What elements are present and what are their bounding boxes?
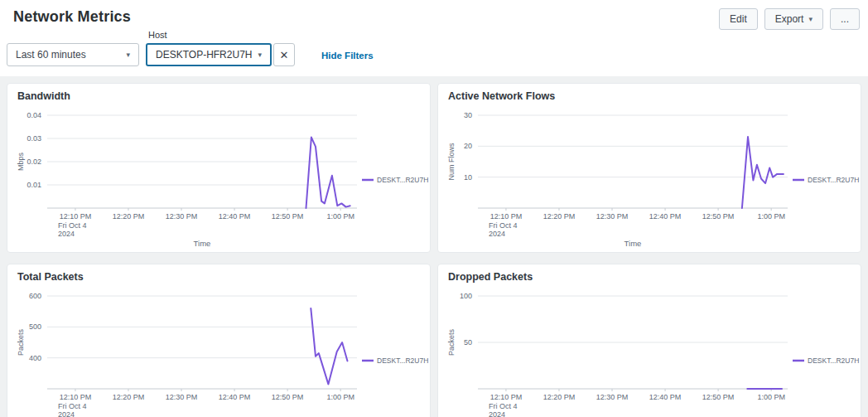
svg-text:1:00 PM: 1:00 PM bbox=[757, 212, 785, 221]
host-filter-value: DESKTOP-HFR2U7H bbox=[156, 49, 252, 61]
edit-button-label: Edit bbox=[730, 13, 747, 25]
svg-text:DESKT...R2U7H: DESKT...R2U7H bbox=[808, 176, 859, 184]
chevron-down-icon: ▾ bbox=[808, 15, 813, 23]
svg-text:500: 500 bbox=[29, 322, 41, 331]
dropped-packets-chart[interactable]: 5010012:10 PM12:20 PM12:30 PM12:40 PM12:… bbox=[445, 288, 852, 417]
svg-text:1:00 PM: 1:00 PM bbox=[326, 393, 354, 401]
svg-text:Fri Oct 4: Fri Oct 4 bbox=[58, 402, 87, 410]
bandwidth-chart[interactable]: 0.010.020.030.0412:10 PM12:20 PM12:30 PM… bbox=[14, 107, 422, 252]
svg-text:12:10 PM: 12:10 PM bbox=[60, 393, 92, 401]
top-bar: Network Metrics Edit Export ▾ ... bbox=[0, 0, 868, 33]
host-filter-row: DESKTOP-HFR2U7H ▾ ✕ bbox=[146, 43, 295, 66]
more-actions-button[interactable]: ... bbox=[830, 8, 860, 30]
time-range-label-spacer bbox=[9, 30, 139, 41]
svg-text:0.02: 0.02 bbox=[27, 158, 41, 166]
svg-text:100: 100 bbox=[460, 292, 472, 300]
hide-filters-link[interactable]: Hide Filters bbox=[321, 51, 374, 61]
edit-button[interactable]: Edit bbox=[719, 8, 758, 30]
svg-text:DESKT...R2U7H: DESKT...R2U7H bbox=[808, 356, 859, 365]
panel-total-packets: Total Packets 40050060012:10 PM12:20 PM1… bbox=[7, 264, 431, 417]
time-range-filter-group: Last 60 minutes ▾ bbox=[7, 30, 139, 66]
svg-text:12:30 PM: 12:30 PM bbox=[166, 212, 198, 221]
filter-bar: Last 60 minutes ▾ Host DESKTOP-HFR2U7H ▾… bbox=[0, 33, 868, 76]
svg-text:10: 10 bbox=[464, 173, 472, 182]
svg-text:12:30 PM: 12:30 PM bbox=[166, 393, 198, 401]
panel-active-network-flows: Active Network Flows 10203012:10 PM12:20… bbox=[437, 83, 861, 253]
svg-text:400: 400 bbox=[29, 354, 41, 362]
svg-text:30: 30 bbox=[464, 111, 472, 119]
svg-text:12:50 PM: 12:50 PM bbox=[272, 393, 304, 401]
svg-text:0.01: 0.01 bbox=[27, 181, 41, 189]
time-range-value: Last 60 minutes bbox=[16, 49, 86, 61]
svg-text:2024: 2024 bbox=[58, 410, 75, 417]
svg-text:1:00 PM: 1:00 PM bbox=[757, 393, 785, 401]
panel-title: Total Packets bbox=[14, 271, 423, 288]
close-icon: ✕ bbox=[280, 49, 289, 61]
svg-text:12:50 PM: 12:50 PM bbox=[702, 393, 735, 401]
host-filter-group: Host DESKTOP-HFR2U7H ▾ ✕ bbox=[146, 30, 295, 66]
page-title: Network Metrics bbox=[13, 8, 131, 26]
svg-text:600: 600 bbox=[29, 292, 41, 300]
svg-text:1:00 PM: 1:00 PM bbox=[326, 212, 354, 221]
host-filter-dropdown[interactable]: DESKTOP-HFR2U7H ▾ bbox=[146, 43, 272, 66]
chevron-down-icon: ▾ bbox=[126, 51, 130, 59]
svg-text:Time: Time bbox=[624, 239, 642, 248]
svg-text:12:40 PM: 12:40 PM bbox=[219, 212, 251, 221]
dashboard-canvas: Bandwidth 0.010.020.030.0412:10 PM12:20 … bbox=[0, 76, 868, 417]
svg-text:2024: 2024 bbox=[58, 230, 75, 238]
svg-text:2024: 2024 bbox=[489, 410, 505, 417]
svg-text:12:20 PM: 12:20 PM bbox=[113, 393, 145, 401]
svg-text:12:40 PM: 12:40 PM bbox=[649, 212, 682, 221]
svg-text:Fri Oct 4: Fri Oct 4 bbox=[489, 402, 518, 410]
dashboard-actions: Edit Export ▾ ... bbox=[719, 8, 860, 30]
svg-text:12:40 PM: 12:40 PM bbox=[219, 393, 251, 401]
svg-text:Num Flows: Num Flows bbox=[447, 143, 456, 181]
svg-text:0.03: 0.03 bbox=[27, 134, 41, 143]
panel-bandwidth: Bandwidth 0.010.020.030.0412:10 PM12:20 … bbox=[7, 83, 431, 253]
time-range-picker[interactable]: Last 60 minutes ▾ bbox=[7, 43, 139, 66]
svg-text:Mbps: Mbps bbox=[17, 153, 25, 172]
svg-text:2024: 2024 bbox=[489, 230, 505, 238]
host-filter-label: Host bbox=[148, 30, 295, 41]
panel-title: Bandwidth bbox=[14, 90, 423, 107]
svg-text:50: 50 bbox=[464, 338, 472, 347]
svg-text:20: 20 bbox=[464, 142, 472, 150]
svg-text:Time: Time bbox=[194, 239, 211, 248]
panel-title: Active Network Flows bbox=[445, 90, 854, 107]
total-packets-chart[interactable]: 40050060012:10 PM12:20 PM12:30 PM12:40 P… bbox=[14, 288, 422, 417]
svg-text:12:20 PM: 12:20 PM bbox=[113, 212, 145, 221]
svg-text:12:30 PM: 12:30 PM bbox=[596, 393, 629, 401]
svg-text:DESKT...R2U7H: DESKT...R2U7H bbox=[377, 176, 428, 184]
chevron-down-icon: ▾ bbox=[258, 51, 262, 59]
svg-text:Packets: Packets bbox=[447, 328, 456, 356]
more-actions-label: ... bbox=[841, 13, 849, 25]
clear-host-filter-button[interactable]: ✕ bbox=[273, 43, 295, 66]
svg-text:Fri Oct 4: Fri Oct 4 bbox=[489, 221, 518, 230]
svg-text:12:50 PM: 12:50 PM bbox=[702, 212, 735, 221]
svg-text:12:20 PM: 12:20 PM bbox=[543, 212, 576, 221]
svg-text:12:10 PM: 12:10 PM bbox=[60, 212, 92, 221]
svg-text:12:10 PM: 12:10 PM bbox=[490, 393, 523, 401]
svg-text:12:40 PM: 12:40 PM bbox=[649, 393, 682, 401]
export-button-label: Export bbox=[775, 13, 804, 25]
svg-text:Packets: Packets bbox=[17, 328, 25, 356]
svg-text:12:20 PM: 12:20 PM bbox=[543, 393, 576, 401]
svg-text:12:30 PM: 12:30 PM bbox=[596, 212, 629, 221]
svg-text:12:50 PM: 12:50 PM bbox=[272, 212, 304, 221]
svg-text:0.04: 0.04 bbox=[27, 111, 41, 119]
active-network-flows-chart[interactable]: 10203012:10 PM12:20 PM12:30 PM12:40 PM12… bbox=[445, 107, 852, 252]
svg-text:Fri Oct 4: Fri Oct 4 bbox=[58, 221, 87, 230]
svg-text:DESKT...R2U7H: DESKT...R2U7H bbox=[377, 356, 428, 365]
svg-text:12:10 PM: 12:10 PM bbox=[490, 212, 523, 221]
panel-title: Dropped Packets bbox=[445, 271, 854, 288]
panel-dropped-packets: Dropped Packets 5010012:10 PM12:20 PM12:… bbox=[437, 264, 861, 417]
export-button[interactable]: Export ▾ bbox=[764, 8, 823, 30]
